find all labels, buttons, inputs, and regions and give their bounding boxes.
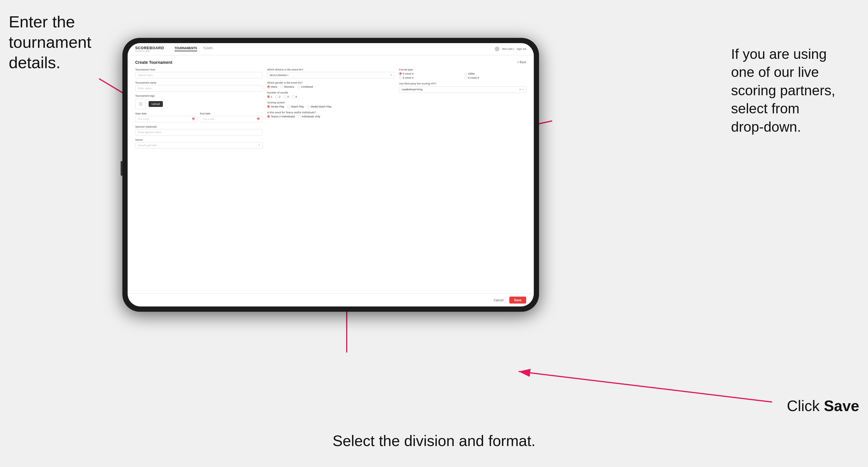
host-input[interactable]: Search team <box>135 72 262 79</box>
gender-combined-label: Combined <box>301 85 313 88</box>
scoring-stroke-radio <box>267 105 270 108</box>
format-other[interactable]: Other <box>464 72 526 75</box>
live-scoring-chevron[interactable]: ▾ <box>522 88 524 91</box>
side-button <box>121 161 122 176</box>
rounds-2[interactable]: 2 <box>275 95 281 98</box>
rounds-1-label: 1 <box>271 95 273 98</box>
format-5count4-radio <box>399 72 402 75</box>
venue-input[interactable]: Search golf club ▾ <box>135 142 262 149</box>
rounds-label: Number of rounds <box>267 91 395 94</box>
cancel-button[interactable]: Cancel <box>491 297 506 304</box>
live-scoring-input[interactable]: Leaderboard King ✕ ▾ <box>399 86 526 93</box>
event-teams-label: Teams (+Individuals) <box>271 115 295 118</box>
start-date-field: Start date Pick a date 📅 <box>135 112 197 122</box>
annotation-top-right: If you are usingone of our livescoring p… <box>731 45 859 136</box>
scoring-match-radio <box>287 105 290 108</box>
rounds-2-label: 2 <box>279 95 281 98</box>
annotation-top-left: Enter thetournamentdetails. <box>9 12 91 73</box>
nav-link-teams[interactable]: TEAMS <box>203 46 213 51</box>
division-select[interactable]: NCAA Division I ▾ <box>267 72 395 79</box>
sponsor-label: Sponsor (optional) <box>135 125 262 128</box>
format-5count4-label: 5 count 4 <box>403 72 413 75</box>
format-6count4[interactable]: 6 count 4 <box>399 76 461 79</box>
end-date-field: End date Pick a date 📅 <box>200 112 262 122</box>
scoring-options: Stroke Play Match Play Medal Match Play <box>267 105 395 108</box>
logo-label: Tournament logo <box>135 94 262 97</box>
scoring-match-label: Match Play <box>291 105 304 108</box>
date-row: Start date Pick a date 📅 End date Pick a… <box>135 112 262 122</box>
logo-field: Tournament logo ⊞ Upload <box>135 94 262 109</box>
nav-right: Test User | Sign out <box>495 46 526 51</box>
event-type-label: Is this event for Teams and/or Individua… <box>267 111 395 114</box>
svg-line-4 <box>519 371 772 402</box>
sponsor-input[interactable]: Enter sponsor name <box>135 129 262 135</box>
scoring-stroke[interactable]: Stroke Play <box>267 105 284 108</box>
name-field: Tournament name Enter name <box>135 81 262 91</box>
rounds-3-label: 3 <box>287 95 289 98</box>
nav-links: TOURNAMENTS TEAMS <box>175 46 213 51</box>
left-column: Tournament Host Search team Tournament n… <box>135 68 262 293</box>
host-field: Tournament Host Search team <box>135 68 262 79</box>
rounds-4-label: 4 <box>296 95 297 98</box>
logo-title: SCOREBOARD <box>135 46 164 50</box>
gender-combined-radio <box>297 85 300 88</box>
gender-mens-label: Mens <box>271 85 277 88</box>
logo: SCOREBOARD Powered by Clippit <box>135 46 164 52</box>
name-input[interactable]: Enter name <box>135 85 262 91</box>
save-button[interactable]: Save <box>509 297 526 304</box>
gender-womens[interactable]: Womens <box>280 85 294 88</box>
nav-signout[interactable]: Sign out <box>517 48 526 51</box>
rounds-3[interactable]: 3 <box>283 95 289 98</box>
page-header: Create Tournament < Back <box>135 60 526 65</box>
format-type-options: 5 count 4 Other 6 count 4 <box>399 72 526 79</box>
tablet-frame: SCOREBOARD Powered by Clippit TOURNAMENT… <box>122 38 539 312</box>
format-type-field: Format type 5 count 4 <box>399 68 526 79</box>
event-teams[interactable]: Teams (+Individuals) <box>267 115 295 118</box>
division-field: Which division is the event for? NCAA Di… <box>267 68 395 79</box>
gender-combined[interactable]: Combined <box>297 85 313 88</box>
event-teams-radio <box>267 115 270 118</box>
format-5count4[interactable]: 5 count 4 <box>399 72 461 75</box>
gender-mens[interactable]: Mens <box>267 85 277 88</box>
scoring-label: Scoring system <box>267 101 395 104</box>
rounds-4[interactable]: 4 <box>292 95 297 98</box>
back-link[interactable]: < Back <box>517 61 526 64</box>
scoring-match[interactable]: Match Play <box>287 105 304 108</box>
end-date-input[interactable]: Pick a date 📅 <box>200 116 262 122</box>
scoring-medal-label: Medal Match Play <box>311 105 332 108</box>
live-scoring-label: Use third-party live scoring API? <box>399 82 526 85</box>
gender-womens-label: Womens <box>284 85 294 88</box>
form-grid: Tournament Host Search team Tournament n… <box>135 68 526 293</box>
event-individuals[interactable]: Individuals Only <box>298 115 320 118</box>
format-6count5[interactable]: 6 count 5 <box>464 76 526 79</box>
start-date-label: Start date <box>135 112 197 115</box>
rounds-options: 1 2 3 4 <box>267 95 395 98</box>
live-scoring-clear[interactable]: ✕ <box>519 88 521 91</box>
format-6count4-label: 6 count 4 <box>403 76 413 79</box>
sponsor-field: Sponsor (optional) Enter sponsor name <box>135 125 262 135</box>
scoring-stroke-label: Stroke Play <box>271 105 284 108</box>
event-type-field: Is this event for Teams and/or Individua… <box>267 111 395 118</box>
rounds-1-radio <box>267 95 270 98</box>
bottom-bar: Cancel Save <box>128 293 534 307</box>
venue-label: Venue <box>135 138 262 141</box>
nav-bar: SCOREBOARD Powered by Clippit TOURNAMENT… <box>128 43 534 55</box>
event-individuals-radio <box>298 115 301 118</box>
gender-options: Mens Womens Combined <box>267 85 395 88</box>
event-type-options: Teams (+Individuals) Individuals Only <box>267 115 395 118</box>
tablet-screen: SCOREBOARD Powered by Clippit TOURNAMENT… <box>128 43 534 307</box>
format-other-label: Other <box>468 72 475 75</box>
upload-button[interactable]: Upload <box>149 101 163 107</box>
annotation-save-bold: Save <box>824 397 859 414</box>
rounds-2-radio <box>275 95 278 98</box>
format-type-label: Format type <box>399 68 526 71</box>
live-scoring-field: Use third-party live scoring API? Leader… <box>399 82 526 93</box>
gender-womens-radio <box>280 85 283 88</box>
host-label: Tournament Host <box>135 68 262 71</box>
scoring-medal[interactable]: Medal Match Play <box>307 105 332 108</box>
rounds-1[interactable]: 1 <box>267 95 273 98</box>
nav-link-tournaments[interactable]: TOURNAMENTS <box>175 46 197 51</box>
format-6count5-radio <box>464 76 467 79</box>
start-date-input[interactable]: Pick a date 📅 <box>135 116 197 122</box>
venue-field: Venue Search golf club ▾ <box>135 138 262 149</box>
